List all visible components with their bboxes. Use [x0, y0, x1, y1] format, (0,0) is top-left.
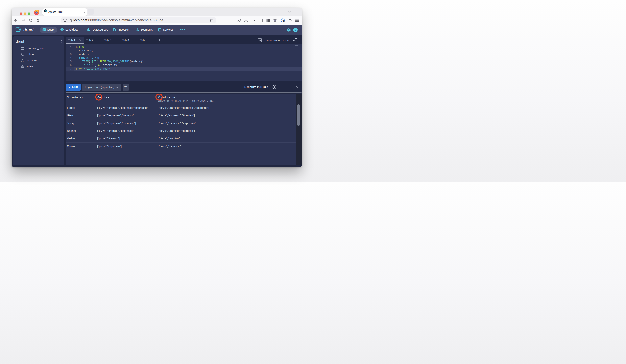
svg-text:uO: uO [274, 20, 276, 21]
